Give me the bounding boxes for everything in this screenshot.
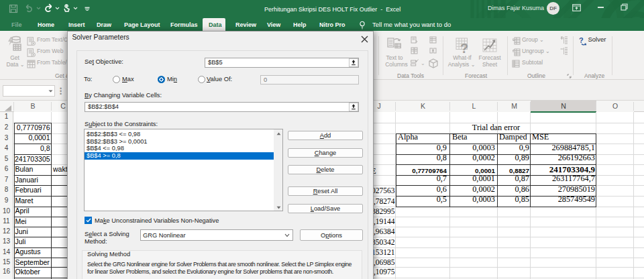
svg-text:?: ?: [460, 41, 468, 56]
svg-text:?: ?: [579, 36, 584, 44]
